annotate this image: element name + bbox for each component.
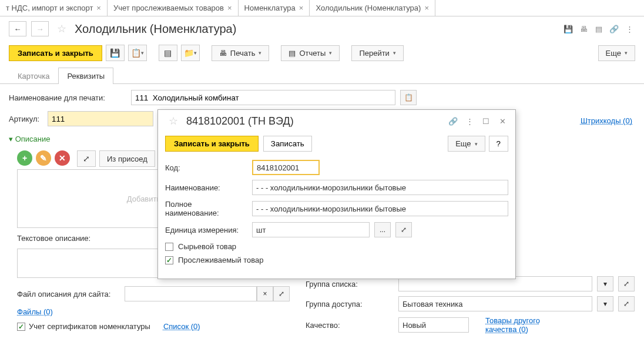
dropdown-button[interactable]: ▾ [597,296,613,311]
print-icon[interactable]: 🖶 [578,23,589,35]
menu-icon[interactable]: ⋮ [623,23,635,35]
menu-icon[interactable]: ⋮ [464,115,475,127]
from-attached-button[interactable]: Из присоед [99,150,155,167]
tab-nomenclature[interactable]: Номенклатура× [239,0,310,16]
save-button[interactable]: 💾 [106,45,125,61]
page-title: Холодильник (Номенклатура) [75,22,236,36]
save-icon[interactable]: 💾 [562,23,574,35]
header-row: ← → ☆ Холодильник (Номенклатура) 💾 🖶 ▤ 🔗… [0,16,644,41]
calc-icon[interactable]: ▤ [593,23,605,35]
copy-button[interactable]: 📋▾ [128,45,147,61]
favorite-star-icon[interactable]: ☆ [165,115,182,128]
dropdown-button[interactable]: ▾ [597,276,613,291]
modal-save-close-button[interactable]: Записать и закрыть [165,136,259,152]
list-link[interactable]: Список (0) [163,322,200,331]
tab-fridge[interactable]: Холодильник (Номенклатура)× [310,0,435,16]
delete-image-button[interactable]: ✕ [55,150,70,166]
code-input[interactable]: 8418102001 [252,160,320,175]
raw-goods-checkbox[interactable] [165,243,173,251]
code-label: Код: [165,163,247,172]
tab-label: Холодильник (Номенклатура) [316,4,421,12]
name-label: Наименование: [165,183,247,192]
close-icon[interactable]: × [96,4,101,12]
site-desc-label: Файл описания для сайта: [17,290,120,299]
modal-more-button[interactable]: Еще▾ [448,136,485,152]
article-input[interactable] [48,111,153,126]
other-quality-link[interactable]: Товары другого качества (0) [485,316,556,334]
barcodes-link[interactable]: Штрихкоды (0) [581,116,632,125]
folder-button[interactable]: 📁▾ [181,45,200,61]
modal-help-button[interactable]: ? [489,136,508,152]
print-name-input[interactable] [131,90,395,105]
traceable-checkbox[interactable] [165,256,173,264]
tnved-modal: ☆ 8418102001 (ТН ВЭД) 🔗 ⋮ ☐ ✕ Записать и… [157,109,516,279]
modal-title: 8418102001 (ТН ВЭД) [186,115,442,128]
open-button[interactable]: ⤢ [618,296,635,311]
files-link[interactable]: Файлы (0) [17,307,53,316]
printer-icon: 🖶 [219,49,227,58]
list-button[interactable]: ▤ [159,45,177,61]
goto-button[interactable]: Перейти▾ [351,45,404,61]
subtab-card[interactable]: Карточка [9,68,58,84]
quality-label: Качество: [306,321,394,330]
close-icon[interactable]: × [227,4,232,12]
quality-input[interactable]: Новый [398,317,469,333]
expand-button[interactable]: ⤢ [273,286,290,301]
print-name-label: Наименование для печати: [9,93,126,102]
subtab-props[interactable]: Реквизиты [58,68,113,84]
raw-goods-label: Сырьевой товар [178,242,236,251]
cert-label: Учет сертификатов номенклатуры [29,322,150,331]
select-button[interactable]: ... [374,222,391,237]
expand-button[interactable]: ⤢ [77,150,96,167]
site-desc-input[interactable] [125,286,257,301]
access-group-label: Группа доступа: [306,300,394,309]
text-desc-label: Текстовое описание: [17,234,90,243]
main-tabs-bar: т НДС, импорт и экспорт× Учет прослежива… [0,0,644,16]
link-icon[interactable]: 🔗 [447,115,459,127]
forward-button[interactable]: → [31,21,49,36]
edit-image-button[interactable]: ✎ [36,150,51,166]
fill-button[interactable]: 📋 [400,90,417,105]
close-icon[interactable]: × [424,4,429,12]
tab-traceable[interactable]: Учет прослеживаемых товаров× [108,0,239,16]
clear-button[interactable]: × [257,286,273,301]
tab-vat[interactable]: т НДС, импорт и экспорт× [0,0,108,16]
main-toolbar: Записать и закрыть 💾 📋▾ ▤ 📁▾ 🖶Печать▾ ▤О… [0,41,644,65]
sub-tabs: Карточка Реквизиты [0,67,644,84]
article-label: Артикул: [9,115,43,123]
add-image-button[interactable]: + [17,150,32,166]
full-name-input[interactable]: - - - холодильники-морозильники бытовые [252,201,508,216]
unit-input[interactable]: шт [252,222,370,237]
cert-checkbox[interactable] [17,323,25,331]
access-group-input[interactable]: Бытовая техника [398,296,592,311]
tab-label: Номенклатура [244,4,296,12]
open-button[interactable]: ⤢ [395,222,412,237]
name-input[interactable]: - - - холодильники-морозильники бытовые [252,180,508,195]
tab-label: т НДС, импорт и экспорт [6,4,93,12]
reports-button[interactable]: ▤Отчеты▾ [281,45,340,61]
favorite-star-icon[interactable]: ☆ [53,22,70,35]
close-icon[interactable]: × [299,4,304,12]
right-column: Группа списка: ▾ ⤢ Группа доступа: Бытов… [306,276,635,338]
back-button[interactable]: ← [9,21,26,36]
more-button[interactable]: Еще▾ [598,45,635,61]
unit-label: Единица измерения: [165,226,247,234]
link-icon[interactable]: 🔗 [608,23,620,35]
close-icon[interactable]: ✕ [497,115,508,127]
traceable-label: Прослеживаемый товар [178,256,264,264]
report-icon: ▤ [289,49,296,58]
maximize-icon[interactable]: ☐ [480,115,492,127]
open-button[interactable]: ⤢ [618,276,635,291]
save-close-button[interactable]: Записать и закрыть [9,45,102,61]
modal-save-button[interactable]: Записать [263,136,312,152]
full-name-label: Полное наименование: [165,200,247,217]
tab-label: Учет прослеживаемых товаров [113,4,224,12]
list-group-label: Группа списка: [306,280,394,289]
print-button[interactable]: 🖶Печать▾ [212,45,270,61]
